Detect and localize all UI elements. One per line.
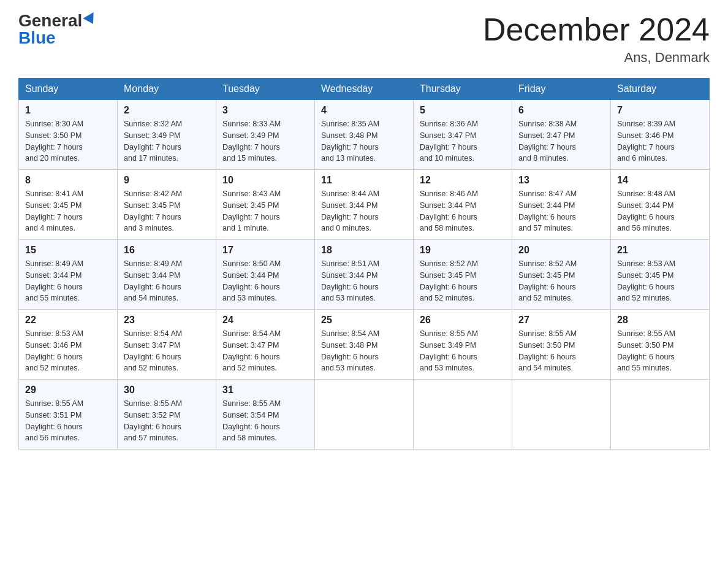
calendar-cell: 9Sunrise: 8:42 AMSunset: 3:45 PMDaylight… (118, 170, 216, 240)
logo-general-text: General (18, 12, 82, 29)
calendar-cell: 25Sunrise: 8:54 AMSunset: 3:48 PMDayligh… (315, 310, 414, 380)
calendar-cell: 28Sunrise: 8:55 AMSunset: 3:50 PMDayligh… (611, 310, 710, 380)
day-info: Sunrise: 8:54 AMSunset: 3:47 PMDaylight:… (222, 328, 308, 374)
day-info: Sunrise: 8:55 AMSunset: 3:50 PMDaylight:… (518, 328, 604, 374)
day-number: 23 (124, 315, 210, 326)
weekday-header-thursday: Thursday (414, 79, 512, 100)
day-info: Sunrise: 8:53 AMSunset: 3:46 PMDaylight:… (25, 328, 111, 374)
calendar-cell: 27Sunrise: 8:55 AMSunset: 3:50 PMDayligh… (512, 310, 611, 380)
day-info: Sunrise: 8:47 AMSunset: 3:44 PMDaylight:… (518, 188, 604, 234)
day-number: 27 (518, 315, 604, 326)
day-number: 24 (222, 315, 308, 326)
calendar-cell (414, 380, 512, 450)
weekday-header-wednesday: Wednesday (315, 79, 414, 100)
calendar-cell (611, 380, 710, 450)
calendar-cell: 13Sunrise: 8:47 AMSunset: 3:44 PMDayligh… (512, 170, 611, 240)
calendar-cell: 8Sunrise: 8:41 AMSunset: 3:45 PMDaylight… (19, 170, 118, 240)
title-block: December 2024 Ans, Denmark (483, 12, 710, 66)
day-number: 28 (617, 315, 703, 326)
day-number: 20 (518, 245, 604, 256)
day-info: Sunrise: 8:50 AMSunset: 3:44 PMDaylight:… (222, 258, 308, 304)
calendar-cell: 12Sunrise: 8:46 AMSunset: 3:44 PMDayligh… (414, 170, 512, 240)
calendar-cell: 31Sunrise: 8:55 AMSunset: 3:54 PMDayligh… (216, 380, 315, 450)
calendar-cell: 21Sunrise: 8:53 AMSunset: 3:45 PMDayligh… (611, 240, 710, 310)
calendar-cell: 7Sunrise: 8:39 AMSunset: 3:46 PMDaylight… (611, 100, 710, 170)
day-number: 18 (321, 245, 407, 256)
calendar-week-row: 29Sunrise: 8:55 AMSunset: 3:51 PMDayligh… (19, 380, 710, 450)
calendar-location: Ans, Denmark (483, 50, 710, 66)
weekday-header-saturday: Saturday (611, 79, 710, 100)
day-number: 8 (25, 175, 111, 186)
day-info: Sunrise: 8:42 AMSunset: 3:45 PMDaylight:… (124, 188, 210, 234)
day-info: Sunrise: 8:46 AMSunset: 3:44 PMDaylight:… (420, 188, 506, 234)
day-info: Sunrise: 8:43 AMSunset: 3:45 PMDaylight:… (222, 188, 308, 234)
day-info: Sunrise: 8:35 AMSunset: 3:48 PMDaylight:… (321, 118, 407, 164)
day-number: 22 (25, 315, 111, 326)
day-number: 10 (222, 175, 308, 186)
calendar-cell: 16Sunrise: 8:49 AMSunset: 3:44 PMDayligh… (118, 240, 216, 310)
calendar-cell: 23Sunrise: 8:54 AMSunset: 3:47 PMDayligh… (118, 310, 216, 380)
calendar-cell: 1Sunrise: 8:30 AMSunset: 3:50 PMDaylight… (19, 100, 118, 170)
calendar-cell: 5Sunrise: 8:36 AMSunset: 3:47 PMDaylight… (414, 100, 512, 170)
day-info: Sunrise: 8:48 AMSunset: 3:44 PMDaylight:… (617, 188, 703, 234)
day-number: 5 (420, 105, 506, 116)
calendar-cell: 18Sunrise: 8:51 AMSunset: 3:44 PMDayligh… (315, 240, 414, 310)
day-info: Sunrise: 8:55 AMSunset: 3:50 PMDaylight:… (617, 328, 703, 374)
calendar-cell: 30Sunrise: 8:55 AMSunset: 3:52 PMDayligh… (118, 380, 216, 450)
day-number: 30 (124, 385, 210, 396)
day-number: 1 (25, 105, 111, 116)
weekday-header-sunday: Sunday (19, 79, 118, 100)
day-number: 25 (321, 315, 407, 326)
day-number: 14 (617, 175, 703, 186)
day-number: 6 (518, 105, 604, 116)
calendar-cell: 2Sunrise: 8:32 AMSunset: 3:49 PMDaylight… (118, 100, 216, 170)
calendar-cell: 24Sunrise: 8:54 AMSunset: 3:47 PMDayligh… (216, 310, 315, 380)
calendar-cell: 17Sunrise: 8:50 AMSunset: 3:44 PMDayligh… (216, 240, 315, 310)
calendar-cell: 29Sunrise: 8:55 AMSunset: 3:51 PMDayligh… (19, 380, 118, 450)
day-number: 11 (321, 175, 407, 186)
calendar-cell: 14Sunrise: 8:48 AMSunset: 3:44 PMDayligh… (611, 170, 710, 240)
day-info: Sunrise: 8:49 AMSunset: 3:44 PMDaylight:… (25, 258, 111, 304)
weekday-header-friday: Friday (512, 79, 611, 100)
day-info: Sunrise: 8:38 AMSunset: 3:47 PMDaylight:… (518, 118, 604, 164)
calendar-cell: 11Sunrise: 8:44 AMSunset: 3:44 PMDayligh… (315, 170, 414, 240)
calendar-cell: 6Sunrise: 8:38 AMSunset: 3:47 PMDaylight… (512, 100, 611, 170)
day-number: 4 (321, 105, 407, 116)
logo-triangle-icon (83, 12, 99, 27)
day-info: Sunrise: 8:49 AMSunset: 3:44 PMDaylight:… (124, 258, 210, 304)
day-info: Sunrise: 8:54 AMSunset: 3:47 PMDaylight:… (124, 328, 210, 374)
calendar-cell: 3Sunrise: 8:33 AMSunset: 3:49 PMDaylight… (216, 100, 315, 170)
logo: General Blue (18, 12, 97, 47)
weekday-header-tuesday: Tuesday (216, 79, 315, 100)
day-info: Sunrise: 8:55 AMSunset: 3:49 PMDaylight:… (420, 328, 506, 374)
calendar-week-row: 8Sunrise: 8:41 AMSunset: 3:45 PMDaylight… (19, 170, 710, 240)
day-info: Sunrise: 8:55 AMSunset: 3:51 PMDaylight:… (25, 398, 111, 444)
day-number: 31 (222, 385, 308, 396)
day-info: Sunrise: 8:52 AMSunset: 3:45 PMDaylight:… (518, 258, 604, 304)
calendar-header-row: SundayMondayTuesdayWednesdayThursdayFrid… (19, 79, 710, 100)
day-info: Sunrise: 8:41 AMSunset: 3:45 PMDaylight:… (25, 188, 111, 234)
calendar-cell (315, 380, 414, 450)
day-info: Sunrise: 8:51 AMSunset: 3:44 PMDaylight:… (321, 258, 407, 304)
calendar-week-row: 15Sunrise: 8:49 AMSunset: 3:44 PMDayligh… (19, 240, 710, 310)
day-info: Sunrise: 8:39 AMSunset: 3:46 PMDaylight:… (617, 118, 703, 164)
day-number: 3 (222, 105, 308, 116)
day-info: Sunrise: 8:54 AMSunset: 3:48 PMDaylight:… (321, 328, 407, 374)
page-header: General Blue December 2024 Ans, Denmark (18, 12, 710, 66)
day-number: 12 (420, 175, 506, 186)
calendar-cell: 4Sunrise: 8:35 AMSunset: 3:48 PMDaylight… (315, 100, 414, 170)
day-info: Sunrise: 8:36 AMSunset: 3:47 PMDaylight:… (420, 118, 506, 164)
day-info: Sunrise: 8:33 AMSunset: 3:49 PMDaylight:… (222, 118, 308, 164)
calendar-table: SundayMondayTuesdayWednesdayThursdayFrid… (18, 78, 710, 450)
day-number: 17 (222, 245, 308, 256)
day-info: Sunrise: 8:55 AMSunset: 3:52 PMDaylight:… (124, 398, 210, 444)
day-number: 26 (420, 315, 506, 326)
day-info: Sunrise: 8:30 AMSunset: 3:50 PMDaylight:… (25, 118, 111, 164)
calendar-cell: 15Sunrise: 8:49 AMSunset: 3:44 PMDayligh… (19, 240, 118, 310)
calendar-cell: 10Sunrise: 8:43 AMSunset: 3:45 PMDayligh… (216, 170, 315, 240)
calendar-title: December 2024 (483, 12, 710, 47)
day-number: 13 (518, 175, 604, 186)
day-number: 19 (420, 245, 506, 256)
day-number: 7 (617, 105, 703, 116)
day-info: Sunrise: 8:55 AMSunset: 3:54 PMDaylight:… (222, 398, 308, 444)
